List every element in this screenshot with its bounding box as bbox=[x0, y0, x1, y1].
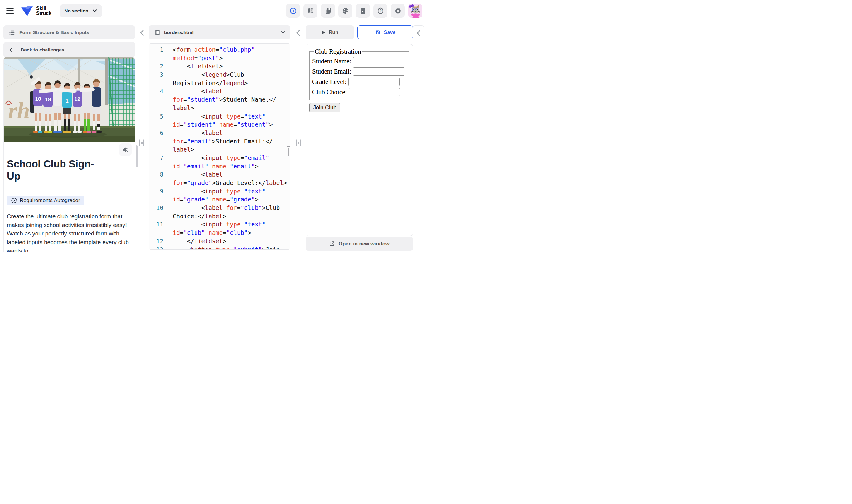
library-button[interactable] bbox=[321, 4, 335, 18]
svg-text:?: ? bbox=[379, 9, 382, 13]
unit-header[interactable]: Form Structure & Basic Inputs bbox=[3, 25, 135, 39]
lesson-panel: Form Structure & Basic Inputs Back to ch… bbox=[3, 25, 135, 252]
code-row: 8 <label bbox=[149, 170, 290, 179]
collapse-lesson-chevron-icon[interactable] bbox=[140, 30, 144, 36]
preview-field-label: Club Choice: bbox=[312, 88, 347, 96]
code-row: 4 <label bbox=[149, 87, 290, 95]
run-play-icon bbox=[321, 30, 326, 35]
preview-field-input[interactable] bbox=[348, 78, 400, 86]
run-button[interactable]: Run bbox=[306, 25, 354, 39]
code-editor[interactable]: 1<form action="club.php"method="post">2 … bbox=[149, 43, 290, 250]
code-row: id="grade" name="grade"> bbox=[149, 195, 290, 204]
top-bar: Skill Struck No section bbox=[0, 0, 426, 22]
line-number: 12 bbox=[149, 237, 163, 246]
back-label: Back to challenges bbox=[21, 47, 64, 53]
line-number: 4 bbox=[149, 87, 163, 95]
walkthrough-play-button[interactable] bbox=[286, 4, 300, 18]
code-row: 3 <legend>Club bbox=[149, 71, 290, 79]
back-to-challenges-button[interactable]: Back to challenges bbox=[3, 42, 135, 57]
chevron-down-icon bbox=[93, 10, 97, 12]
preview-form-row: Student Email: bbox=[312, 67, 406, 77]
code-row: 11 <input type="text" bbox=[149, 220, 290, 229]
line-number: 5 bbox=[149, 112, 163, 121]
lesson-editor-drag-handle[interactable] bbox=[140, 139, 144, 146]
editor-preview-divider bbox=[290, 25, 306, 252]
file-selector[interactable]: borders.html bbox=[149, 25, 290, 39]
code-row: id="email" name="email"> bbox=[149, 162, 290, 170]
workspace: Form Structure & Basic Inputs Back to ch… bbox=[0, 22, 426, 252]
section-selector[interactable]: No section bbox=[59, 4, 102, 17]
lesson-panel-scrollbar[interactable] bbox=[135, 145, 138, 167]
autograder-badge-label: Requirements Autograder bbox=[20, 197, 80, 204]
save-label: Save bbox=[384, 30, 395, 35]
hamburger-menu-button[interactable] bbox=[6, 8, 14, 14]
filename: borders.html bbox=[164, 30, 277, 35]
editor-preview-drag-handle[interactable] bbox=[296, 139, 301, 146]
image-icon bbox=[359, 7, 367, 15]
open-label: Open in new window bbox=[338, 241, 389, 247]
code-lines: 1<form action="club.php"method="post">2 … bbox=[149, 46, 290, 250]
skillstruck-logo-icon bbox=[21, 5, 34, 17]
preview-form-row: Club Choice: bbox=[312, 87, 406, 97]
code-row: 1<form action="club.php" bbox=[149, 46, 290, 54]
code-row: Registration</legend> bbox=[149, 79, 290, 87]
open-in-new-window-button[interactable]: Open in new window bbox=[306, 237, 413, 251]
badge-check-icon bbox=[11, 197, 17, 204]
question-mark-icon: ? bbox=[377, 7, 384, 15]
themes-button[interactable] bbox=[338, 4, 352, 18]
line-number: 11 bbox=[149, 220, 163, 229]
expand-right-panel-chevron-icon[interactable] bbox=[417, 30, 420, 36]
svg-text:1: 1 bbox=[66, 98, 68, 104]
autograder-badge: Requirements Autograder bbox=[7, 196, 84, 205]
code-row: 13 <button type="submit">Join bbox=[149, 246, 290, 250]
code-row: for="grade">Grade Level:</label> bbox=[149, 179, 290, 187]
code-row: id="student" name="student"> bbox=[149, 120, 290, 129]
editor-scrollbar[interactable] bbox=[288, 148, 289, 156]
lesson-editor-divider bbox=[135, 25, 149, 252]
code-editor-panel: borders.html 1<form action="club.php"met… bbox=[149, 25, 290, 252]
bookmark-stack-icon bbox=[324, 7, 332, 15]
code-row: 6 <label bbox=[149, 129, 290, 137]
save-button[interactable]: Save bbox=[357, 25, 413, 39]
read-aloud-button[interactable] bbox=[119, 143, 132, 156]
preview-submit-button[interactable]: Join Club bbox=[309, 103, 340, 112]
preview-field-input[interactable] bbox=[353, 57, 404, 66]
app-window: Skill Struck No section bbox=[0, 0, 426, 252]
svg-text:rh: rh bbox=[8, 97, 30, 123]
lesson-description: Create the ultimate club registration fo… bbox=[7, 212, 132, 252]
file-dropdown-chevron-icon bbox=[281, 31, 285, 34]
preview-form-row: Student Name: bbox=[312, 56, 406, 67]
line-number: 6 bbox=[149, 129, 163, 137]
code-row: label> bbox=[149, 104, 290, 112]
right-collapsed-panel bbox=[413, 25, 424, 252]
play-icon bbox=[289, 7, 297, 15]
line-number: 2 bbox=[149, 62, 163, 71]
open-book-icon bbox=[307, 7, 314, 15]
collapse-editor-chevron-icon[interactable] bbox=[296, 30, 300, 36]
user-avatar[interactable] bbox=[408, 4, 422, 18]
curriculum-button[interactable] bbox=[304, 4, 318, 18]
code-row: method="post"> bbox=[149, 54, 290, 62]
lesson-photo: rh 145 bbox=[4, 57, 135, 142]
code-row: 2 <fieldset> bbox=[149, 62, 290, 71]
preview-field-list: Student Name:Student Email:Grade Level:C… bbox=[312, 56, 406, 97]
line-number: 10 bbox=[149, 204, 163, 212]
gear-icon bbox=[394, 7, 402, 15]
code-row: 9 <input type="text" bbox=[149, 187, 290, 196]
media-button[interactable] bbox=[356, 4, 370, 18]
help-button[interactable]: ? bbox=[373, 4, 387, 18]
preview-field-input[interactable] bbox=[349, 88, 400, 96]
svg-text:12: 12 bbox=[74, 96, 80, 102]
settings-button[interactable] bbox=[391, 4, 405, 18]
svg-text:18: 18 bbox=[45, 97, 51, 103]
preview-legend: Club Registration bbox=[314, 48, 362, 55]
preview-fieldset: Club Registration Student Name:Student E… bbox=[309, 48, 409, 101]
preview-field-input[interactable] bbox=[353, 67, 404, 76]
code-row: for="student">Student Name:</ bbox=[149, 95, 290, 104]
output-panel: Run Save Club Registration Student Name:… bbox=[306, 25, 413, 252]
preview-field-label: Student Email: bbox=[312, 68, 351, 75]
save-floppy-icon bbox=[375, 29, 381, 35]
code-row: Choice:</label> bbox=[149, 212, 290, 220]
code-row: 12 </fieldset> bbox=[149, 237, 290, 246]
line-number: 3 bbox=[149, 71, 163, 79]
